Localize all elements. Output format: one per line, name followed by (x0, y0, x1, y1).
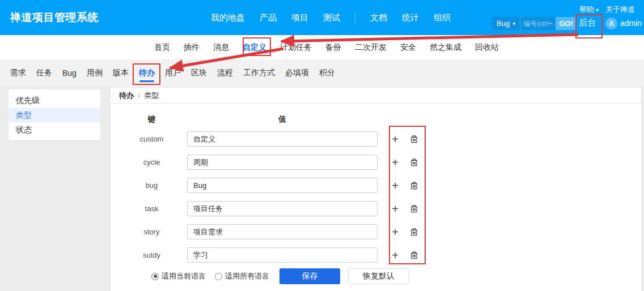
custom-nav-case[interactable]: 用例 (87, 68, 103, 78)
add-row-button[interactable]: + (389, 157, 401, 168)
customize-nav-bar: 需求 任务 Bug 用例 版本 待办 用户 区块 流程 工作方式 必填项 积分 (0, 59, 644, 86)
form-actions: 适用当前语言 适用所有语言 保存 恢复默认 (111, 267, 641, 286)
radio-all-languages[interactable] (215, 273, 222, 280)
top-nav-test[interactable]: 测试 (323, 12, 340, 23)
delete-row-button[interactable] (407, 227, 421, 237)
value-input-task[interactable] (187, 201, 378, 216)
top-nav-project[interactable]: 项目 (291, 12, 308, 23)
value-input-sutdy[interactable] (187, 247, 378, 263)
key-label: task (122, 204, 181, 213)
custom-nav-user[interactable]: 用户 (165, 68, 181, 78)
table-row: custom + (111, 127, 641, 151)
key-label: cycle (122, 158, 181, 166)
top-nav-doc[interactable]: 文档 (370, 12, 387, 23)
sidebar-item-priority[interactable]: 优先级 (9, 93, 100, 108)
value-input-custom[interactable] (187, 131, 378, 147)
breadcrumb-type: 类型 (144, 91, 159, 101)
table-row: task + (111, 197, 641, 220)
admin-nav-bar: 首页 插件 消息 自定义 计划任务 备份 二次开发 安全 然之集成 回收站 (0, 35, 644, 59)
value-input-story[interactable] (187, 224, 378, 239)
custom-nav-workmode[interactable]: 工作方式 (243, 68, 275, 78)
breadcrumb: 待办 › 类型 (111, 88, 641, 104)
value-input-cycle[interactable] (187, 155, 378, 170)
custom-nav-todo[interactable]: 待办 (139, 68, 155, 78)
key-label: sutdy (122, 251, 181, 259)
main-panel: 待办 › 类型 键 值 custom + cycle + bug + task (111, 88, 641, 291)
custom-nav-score[interactable]: 积分 (319, 68, 335, 78)
delete-row-button[interactable] (407, 204, 421, 214)
top-nav: 我的地盘 产品 项目 测试 文档 统计 组织 (211, 0, 451, 35)
key-column-header: 键 (122, 114, 181, 125)
top-nav-stats[interactable]: 统计 (402, 12, 419, 23)
help-menu[interactable]: 帮助▾ (579, 5, 599, 15)
caret-down-icon: ▾ (512, 20, 515, 27)
admin-nav-home[interactable]: 首页 (154, 42, 170, 53)
avatar[interactable]: A (605, 18, 617, 29)
trash-icon (409, 250, 419, 260)
add-row-button[interactable]: + (389, 226, 401, 238)
table-row: story + (111, 220, 641, 243)
trash-icon (409, 181, 419, 191)
radio-current-language[interactable] (151, 273, 159, 280)
admin-nav-trash[interactable]: 回收站 (475, 42, 499, 53)
quick-search: Bug▾ GO! (492, 17, 577, 30)
trash-icon (409, 227, 419, 237)
search-module-select[interactable]: Bug▾ (492, 17, 520, 30)
admin-nav-backup[interactable]: 备份 (325, 42, 341, 53)
radio-all-languages-label[interactable]: 适用所有语言 (225, 271, 269, 281)
delete-row-button[interactable] (407, 134, 421, 144)
trash-icon (409, 204, 419, 214)
admin-nav-plugins[interactable]: 插件 (184, 42, 200, 53)
key-label: bug (122, 181, 181, 190)
table-row: cycle + (111, 151, 641, 174)
admin-nav-cron[interactable]: 计划任务 (280, 42, 312, 53)
custom-nav-build[interactable]: 版本 (113, 68, 129, 78)
custom-nav-flow[interactable]: 流程 (217, 68, 233, 78)
top-nav-my[interactable]: 我的地盘 (211, 12, 245, 23)
delete-row-button[interactable] (407, 250, 421, 260)
top-utility-links: 帮助▾ 关于禅道 (579, 5, 635, 15)
add-row-button[interactable]: + (389, 250, 401, 261)
breadcrumb-todo[interactable]: 待办 (119, 91, 134, 101)
app-title: 禅道项目管理系统 (10, 0, 99, 35)
admin-nav-security[interactable]: 安全 (400, 42, 416, 53)
admin-nav-dev[interactable]: 二次开发 (355, 42, 387, 53)
top-nav-divider (355, 12, 355, 23)
custom-nav-task[interactable]: 任务 (36, 68, 52, 78)
value-input-bug[interactable] (187, 178, 378, 193)
custom-nav-story[interactable]: 需求 (10, 68, 26, 78)
about-link[interactable]: 关于禅道 (605, 5, 635, 15)
admin-backend-link[interactable]: 后台 (579, 18, 596, 28)
top-nav-product[interactable]: 产品 (260, 12, 277, 23)
user-menu[interactable]: admin▾ (620, 19, 644, 28)
add-row-button[interactable]: + (389, 134, 401, 145)
key-label: custom (122, 135, 181, 143)
search-go-button[interactable]: GO! (556, 17, 577, 30)
top-header-bar: 禅道项目管理系统 我的地盘 产品 项目 测试 文档 统计 组织 帮助▾ 关于禅道… (0, 0, 644, 35)
sidebar-item-type[interactable]: 类型 (9, 108, 100, 122)
table-row: bug + (111, 174, 641, 197)
custom-nav-bug[interactable]: Bug (62, 69, 77, 78)
search-input[interactable] (520, 17, 556, 30)
save-button[interactable]: 保存 (279, 268, 340, 284)
chevron-right-icon: › (138, 91, 140, 100)
key-label: story (122, 228, 181, 236)
table-row: sutdy + (111, 243, 641, 267)
radio-current-language-label[interactable]: 适用当前语言 (162, 271, 206, 281)
top-nav-org[interactable]: 组织 (434, 12, 451, 23)
sidebar: 优先级 类型 状态 (9, 89, 100, 140)
delete-row-button[interactable] (407, 181, 421, 191)
trash-icon (409, 134, 419, 144)
sidebar-item-status[interactable]: 状态 (9, 122, 100, 137)
custom-nav-required[interactable]: 必填项 (285, 68, 309, 78)
delete-row-button[interactable] (407, 157, 421, 168)
custom-nav-block[interactable]: 区块 (191, 68, 207, 78)
type-table: 键 值 custom + cycle + bug + task + (111, 112, 641, 267)
admin-nav-customize[interactable]: 自定义 (243, 42, 266, 53)
admin-nav-ranzhi[interactable]: 然之集成 (430, 42, 461, 53)
restore-default-button[interactable]: 恢复默认 (348, 268, 409, 284)
add-row-button[interactable]: + (389, 180, 401, 191)
admin-nav-messages[interactable]: 消息 (213, 42, 229, 53)
add-row-button[interactable]: + (389, 203, 401, 215)
trash-icon (409, 157, 419, 168)
